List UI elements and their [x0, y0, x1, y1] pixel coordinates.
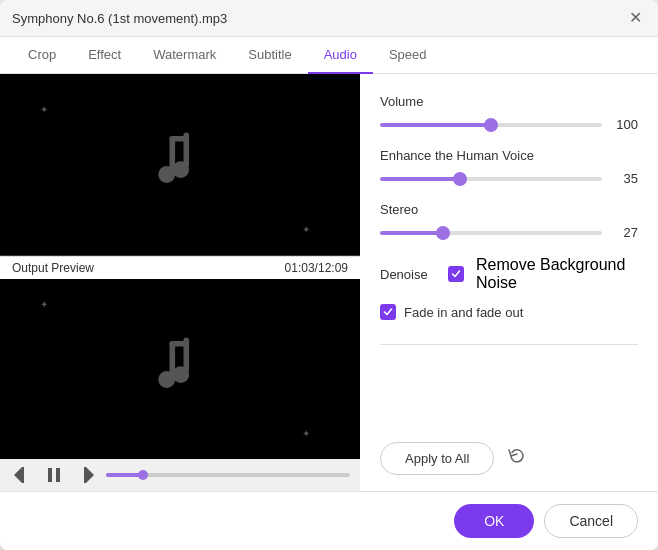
tab-crop[interactable]: Crop	[12, 37, 72, 74]
music-icon-bottom	[145, 334, 215, 404]
volume-slider-row: 100	[380, 117, 638, 132]
reset-button[interactable]	[504, 443, 530, 474]
svg-point-9	[172, 366, 189, 383]
pause-button[interactable]	[42, 465, 66, 485]
main-window: Symphony No.6 (1st movement).mp3 ✕ Crop …	[0, 0, 658, 550]
ok-button[interactable]: OK	[454, 504, 534, 538]
close-button[interactable]: ✕	[625, 8, 646, 28]
enhance-slider[interactable]	[380, 177, 602, 181]
svg-rect-13	[56, 468, 60, 482]
music-icon-top	[145, 129, 215, 199]
svg-marker-14	[86, 467, 94, 483]
svg-rect-15	[84, 467, 86, 483]
cancel-button[interactable]: Cancel	[544, 504, 638, 538]
main-content: ✦ ✦ Output Preview 01:03/12:09 ✦	[0, 74, 658, 491]
remove-bg-label: Remove Background Noise	[476, 256, 638, 292]
preview-top: ✦ ✦	[0, 74, 360, 256]
tab-effect[interactable]: Effect	[72, 37, 137, 74]
tab-subtitle[interactable]: Subtitle	[232, 37, 307, 74]
preview-bottom: ✦ ✦	[0, 279, 360, 460]
enhance-value: 35	[610, 171, 638, 186]
prev-button[interactable]	[10, 465, 34, 485]
tab-watermark[interactable]: Watermark	[137, 37, 232, 74]
volume-value: 100	[610, 117, 638, 132]
enhance-group: Enhance the Human Voice 35	[380, 148, 638, 186]
remove-bg-checkbox[interactable]	[448, 266, 464, 282]
stereo-value: 27	[610, 225, 638, 240]
output-label-bar: Output Preview 01:03/12:09	[0, 256, 360, 279]
svg-point-4	[172, 161, 189, 178]
enhance-slider-row: 35	[380, 171, 638, 186]
progress-bar[interactable]	[106, 473, 350, 477]
stereo-label: Stereo	[380, 202, 638, 217]
svg-rect-7	[170, 341, 190, 347]
svg-rect-12	[48, 468, 52, 482]
denoise-label: Denoise	[380, 267, 436, 282]
title-bar: Symphony No.6 (1st movement).mp3 ✕	[0, 0, 658, 37]
tab-bar: Crop Effect Watermark Subtitle Audio Spe…	[0, 37, 658, 74]
svg-rect-11	[22, 467, 24, 483]
fade-checkbox[interactable]	[380, 304, 396, 320]
progress-thumb	[138, 470, 148, 480]
stereo-group: Stereo 27	[380, 202, 638, 240]
output-preview-label: Output Preview	[12, 261, 94, 275]
volume-group: Volume 100	[380, 94, 638, 132]
denoise-row: Denoise Remove Background Noise	[380, 256, 638, 292]
enhance-label: Enhance the Human Voice	[380, 148, 638, 163]
fade-row: Fade in and fade out	[380, 304, 638, 320]
next-button[interactable]	[74, 465, 98, 485]
controls-bar	[0, 459, 360, 491]
tab-speed[interactable]: Speed	[373, 37, 443, 74]
svg-rect-2	[170, 136, 190, 142]
divider	[380, 344, 638, 345]
window-title: Symphony No.6 (1st movement).mp3	[12, 11, 227, 26]
volume-label: Volume	[380, 94, 638, 109]
tab-audio[interactable]: Audio	[308, 37, 373, 74]
apply-to-all-button[interactable]: Apply to All	[380, 442, 494, 475]
fade-label: Fade in and fade out	[404, 305, 523, 320]
left-panel: ✦ ✦ Output Preview 01:03/12:09 ✦	[0, 74, 360, 491]
stereo-slider[interactable]	[380, 231, 602, 235]
bottom-actions: Apply to All	[380, 442, 638, 475]
footer: OK Cancel	[0, 491, 658, 550]
stereo-slider-row: 27	[380, 225, 638, 240]
output-time: 01:03/12:09	[285, 261, 348, 275]
svg-marker-10	[14, 467, 22, 483]
right-panel: Volume 100 Enhance the Human Voice 35 St…	[360, 74, 658, 491]
volume-slider[interactable]	[380, 123, 602, 127]
